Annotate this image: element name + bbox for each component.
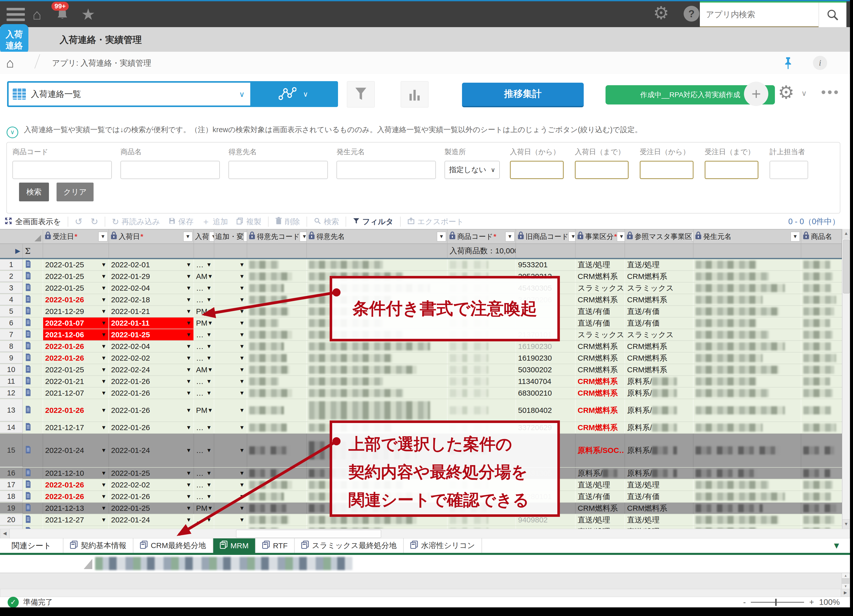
grid-cell[interactable] <box>694 259 801 270</box>
filter-dropdown-icon[interactable]: ▼ <box>183 232 193 241</box>
grid-cell[interactable]: 原料系/ <box>625 422 694 433</box>
column-header-入荷日[interactable]: 入荷日*▼ <box>109 229 194 243</box>
grid-cell[interactable] <box>23 514 43 525</box>
grid-cell[interactable]: 直送/有価 <box>625 306 694 317</box>
gear-icon[interactable]: ⚙ <box>653 3 669 23</box>
table-row[interactable]: 102022-01-25▼2022-02-24▼AM▼▼50300202CRM燃… <box>0 364 842 376</box>
grid-cell[interactable]: 直送/有価 <box>575 306 625 317</box>
cell-dropdown-icon[interactable]: ▼ <box>206 331 212 338</box>
grid-cell[interactable] <box>247 376 307 387</box>
filter-dropdown-icon[interactable]: ▼ <box>791 232 800 241</box>
grid-cell[interactable]: 原料系/ <box>625 387 694 399</box>
related-sheet-tab-MRM[interactable]: MRM <box>213 539 255 553</box>
grid-cell[interactable]: 11340704 <box>516 376 575 387</box>
grid-cell[interactable] <box>247 294 307 305</box>
related-sheet-tab-RTF[interactable]: RTF <box>255 539 294 553</box>
column-header-得意先コード[interactable]: 得意先コード▼ <box>247 229 307 243</box>
grid-cell[interactable]: 2022-02-24▼ <box>109 364 194 375</box>
grid-cell[interactable] <box>23 468 43 479</box>
grid-cell[interactable] <box>694 491 801 502</box>
filter-dropdown-icon[interactable]: ▼ <box>209 232 214 241</box>
cell-dropdown-icon[interactable]: ▼ <box>239 424 245 431</box>
grid-cell[interactable]: CRM燃料系 <box>575 422 625 433</box>
row-number[interactable]: 18 <box>0 491 23 502</box>
row-number[interactable]: 2 <box>0 271 23 282</box>
grid-cell[interactable] <box>801 282 842 294</box>
grid-cell[interactable] <box>448 259 516 270</box>
zoom-slider[interactable] <box>751 602 804 603</box>
grid-cell[interactable] <box>801 364 842 375</box>
table-row[interactable]: 92022-01-26▼2022-02-02▼…▼▼16190230CRM燃料系… <box>0 352 842 364</box>
cell-dropdown-icon[interactable]: ▼ <box>186 331 191 338</box>
grid-cell[interactable]: ▼ <box>214 503 247 514</box>
cell-dropdown-icon[interactable]: ▼ <box>239 390 245 396</box>
cell-dropdown-icon[interactable]: ▼ <box>186 296 191 303</box>
scroll-up-icon[interactable]: ▲ <box>842 229 850 238</box>
grid-cell[interactable] <box>801 376 842 387</box>
grid-tool-複製[interactable]: 複製 <box>236 217 261 227</box>
input-計上担当者[interactable] <box>770 161 808 179</box>
zoom-out-button[interactable]: - <box>743 598 746 607</box>
row-number[interactable]: 19 <box>0 503 23 514</box>
grid-cell[interactable]: CRM燃料系 <box>625 294 694 305</box>
grid-cell[interactable]: …▼ <box>194 282 214 294</box>
record-doc-icon[interactable] <box>25 283 32 293</box>
cell-dropdown-icon[interactable]: ▼ <box>101 493 106 500</box>
cell-dropdown-icon[interactable]: ▼ <box>186 308 191 315</box>
home-icon[interactable]: ⌂ <box>32 4 41 24</box>
cell-dropdown-icon[interactable]: ▼ <box>101 343 106 350</box>
grid-cell[interactable]: ▼ <box>214 434 247 467</box>
record-doc-icon[interactable] <box>25 353 32 363</box>
grid-cell[interactable]: 2022-01-26▼ <box>109 387 194 399</box>
grid-cell[interactable]: CRM燃料系 <box>575 387 625 399</box>
record-doc-icon[interactable] <box>25 306 32 317</box>
grid-cell[interactable] <box>23 376 43 387</box>
cell-dropdown-icon[interactable]: ▼ <box>101 378 106 385</box>
row-number[interactable]: 17 <box>0 479 23 490</box>
grid-cell[interactable]: 2021-12-07▼ <box>43 387 109 399</box>
row-number[interactable]: 4 <box>0 294 23 305</box>
grid-cell[interactable] <box>694 376 801 387</box>
column-header-入荷[interactable]: 入荷▼ <box>194 229 214 243</box>
cell-dropdown-icon[interactable]: ▼ <box>239 517 245 523</box>
grid-cell[interactable]: ▼ <box>214 364 247 375</box>
grid-cell[interactable] <box>448 364 516 375</box>
cell-dropdown-icon[interactable]: ▼ <box>186 285 191 291</box>
cell-dropdown-icon[interactable]: ▼ <box>186 470 191 476</box>
grid-cell[interactable] <box>694 294 801 305</box>
row-number[interactable]: 5 <box>0 306 23 317</box>
cell-dropdown-icon[interactable]: ▼ <box>101 261 106 268</box>
grid-cell[interactable]: ▼ <box>214 341 247 352</box>
grid-cell[interactable] <box>448 399 516 422</box>
grid-cell[interactable]: ▼ <box>214 422 247 433</box>
grid-cell[interactable]: 2021-12-17▼ <box>43 422 109 433</box>
cell-dropdown-icon[interactable]: ▼ <box>101 308 106 315</box>
grid-cell[interactable]: 50300202 <box>516 364 575 375</box>
star-icon[interactable]: ★ <box>81 4 95 24</box>
grid-cell[interactable]: ▼ <box>214 306 247 317</box>
grid-cell[interactable] <box>448 352 516 364</box>
column-header-商品名[interactable]: 商品名 <box>801 229 842 243</box>
cell-dropdown-icon[interactable]: ▼ <box>186 378 191 385</box>
cell-dropdown-icon[interactable]: ▼ <box>206 470 212 476</box>
grid-cell[interactable] <box>23 341 43 352</box>
grid-cell[interactable]: 2021-12-13▼ <box>43 503 109 514</box>
grid-cell[interactable] <box>694 282 801 294</box>
input-得意先名[interactable] <box>228 161 328 179</box>
grid-cell[interactable]: ▼ <box>214 376 247 387</box>
cell-dropdown-icon[interactable]: ▼ <box>206 390 212 396</box>
grid-cell[interactable]: ▼ <box>214 294 247 305</box>
filter-dropdown-icon[interactable]: ▼ <box>437 232 446 241</box>
input-入荷日（まで）[interactable] <box>575 161 628 179</box>
grid-cell[interactable]: 原料系/ <box>625 434 694 467</box>
grid-cell[interactable]: 2022-01-24▼ <box>109 514 194 525</box>
record-doc-icon[interactable] <box>25 341 32 352</box>
grid-cell[interactable] <box>694 317 801 329</box>
cell-dropdown-icon[interactable]: ▼ <box>186 355 191 361</box>
panel-horizontal-scrollbar[interactable]: ▶ <box>0 589 850 597</box>
cell-dropdown-icon[interactable]: ▼ <box>186 390 191 396</box>
filter-dropdown-icon[interactable]: ▼ <box>617 232 625 241</box>
row-number[interactable]: 8 <box>0 341 23 352</box>
cell-dropdown-icon[interactable]: ▼ <box>239 378 245 385</box>
grid-cell[interactable] <box>247 399 307 422</box>
